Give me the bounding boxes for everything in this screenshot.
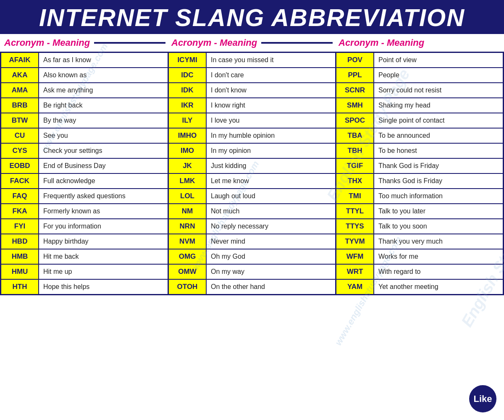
cell-meaning: With regard to: [374, 265, 503, 279]
table-row: TBHTo be honest: [336, 144, 503, 159]
cell-meaning: Yet another meeting: [374, 280, 503, 294]
cell-meaning: On my way: [207, 265, 335, 279]
table-row: ICYMIIn case you missed it: [169, 53, 335, 68]
cell-acronym: WRT: [336, 265, 374, 279]
cell-acronym: ILY: [169, 113, 207, 128]
table-row: YAMYet another meeting: [336, 280, 503, 294]
table-row: FYIFor you information: [1, 219, 168, 234]
table-row: OMGOh my God: [169, 249, 335, 265]
table-row: TTYSTalk to you soon: [336, 219, 503, 234]
page-header: INTERNET SLANG ABBREVIATION: [0, 0, 504, 34]
cell-acronym: AFAIK: [1, 53, 39, 67]
cell-acronym: BTW: [1, 113, 39, 128]
table-row: HMUHit me up: [1, 265, 168, 280]
table-row: HMBHit me back: [1, 249, 168, 265]
table-row: POVPoint of view: [336, 53, 503, 68]
cell-acronym: HMB: [1, 249, 39, 264]
col-header-line-1: [94, 42, 165, 44]
cell-meaning: For you information: [39, 219, 168, 234]
table-row: TTYLTalk to you later: [336, 204, 503, 219]
table-row: AFAIKAs far as I know: [1, 53, 168, 68]
cell-acronym: TTYL: [336, 204, 374, 218]
cell-acronym: IKR: [169, 98, 207, 113]
cell-acronym: OMW: [169, 265, 207, 279]
cell-acronym: PPL: [336, 68, 374, 82]
table-row: WFMWorks for me: [336, 249, 503, 265]
table-row: THXThanks God is Friday: [336, 174, 503, 189]
col-header-2: Acronym - Meaning: [165, 37, 333, 48]
cell-acronym: EOBD: [1, 159, 39, 173]
cell-acronym: WFM: [336, 249, 374, 264]
cell-acronym: THX: [336, 174, 374, 188]
table-row: SCNRSorry could not resist: [336, 83, 503, 98]
table-row: CUSee you: [1, 129, 168, 144]
table-row: NVMNever mind: [169, 234, 335, 249]
cell-acronym: HMU: [1, 265, 39, 279]
table-row: SPOCSingle point of contact: [336, 113, 503, 129]
cell-acronym: AMA: [1, 83, 39, 97]
cell-meaning: Check your settings: [39, 144, 168, 158]
cell-meaning: Hit me up: [39, 265, 168, 279]
cell-acronym: TYVM: [336, 234, 374, 249]
cell-acronym: FYI: [1, 219, 39, 234]
table-row: OMWOn my way: [169, 265, 335, 280]
cell-meaning: To be honest: [374, 144, 503, 158]
cell-acronym: FAQ: [1, 189, 39, 203]
table-row: IMHOIn my humble opinion: [169, 129, 335, 144]
cell-acronym: AKA: [1, 68, 39, 82]
cell-meaning: Oh my God: [207, 249, 335, 264]
cell-meaning: No reply necessary: [207, 219, 335, 234]
cell-acronym: TBH: [336, 144, 374, 158]
cell-acronym: SMH: [336, 98, 374, 113]
cell-meaning: See you: [39, 129, 168, 143]
table-row: HBDHappy birthday: [1, 234, 168, 249]
cell-meaning: Talk to you soon: [374, 219, 503, 234]
cell-acronym: TGIF: [336, 159, 374, 173]
table-row: AMAAsk me anything: [1, 83, 168, 98]
col-header-label-1: Acronym - Meaning: [4, 37, 90, 48]
table-row: CYSCheck your settings: [1, 144, 168, 159]
table-row: IDKI don't know: [169, 83, 335, 98]
cell-acronym: ICYMI: [169, 53, 207, 67]
cell-meaning: Thanks God is Friday: [374, 174, 503, 188]
table-row: SMHShaking my head: [336, 98, 503, 113]
cell-acronym: TBA: [336, 129, 374, 143]
cell-meaning: Point of view: [374, 53, 503, 67]
cell-acronym: NVM: [169, 234, 207, 249]
cell-meaning: Just kidding: [207, 159, 335, 173]
cell-acronym: FKA: [1, 204, 39, 218]
cell-meaning: People: [374, 68, 503, 82]
cell-acronym: HBD: [1, 234, 39, 249]
cell-meaning: I don't know: [207, 83, 335, 97]
cell-acronym: YAM: [336, 280, 374, 294]
cell-acronym: FACK: [1, 174, 39, 188]
cell-acronym: IDK: [169, 83, 207, 97]
col-header-1: Acronym - Meaning: [4, 37, 165, 48]
table-row: PPLPeople: [336, 68, 503, 83]
table-row: JKJust kidding: [169, 159, 335, 174]
cell-meaning: I don't care: [207, 68, 335, 82]
cell-acronym: IMHO: [169, 129, 207, 143]
cell-acronym: LOL: [169, 189, 207, 203]
cell-meaning: Frequently asked questions: [39, 189, 168, 203]
cell-acronym: BRB: [1, 98, 39, 113]
cell-meaning: Ask me anything: [39, 83, 168, 97]
main-table: AFAIKAs far as I knowAKAAlso known asAMA…: [0, 53, 504, 295]
cell-meaning: Hope this helps: [39, 280, 168, 294]
cell-meaning: Not much: [207, 204, 335, 218]
cell-acronym: TMI: [336, 189, 374, 203]
cell-meaning: Sorry could not resist: [374, 83, 503, 97]
cell-meaning: I love you: [207, 113, 335, 128]
like-badge[interactable]: Like: [469, 385, 496, 412]
cell-meaning: Shaking my head: [374, 98, 503, 113]
table-row: TGIFThank God is Friday: [336, 159, 503, 174]
table-row: TYVMThank you very much: [336, 234, 503, 249]
cell-meaning: Talk to you later: [374, 204, 503, 218]
cell-meaning: Works for me: [374, 249, 503, 264]
cell-meaning: By the way: [39, 113, 168, 128]
col-section-0: AFAIKAs far as I knowAKAAlso known asAMA…: [1, 53, 169, 294]
table-row: IMOIn my opinion: [169, 144, 335, 159]
cell-acronym: JK: [169, 159, 207, 173]
col-header-line-2: [261, 42, 333, 44]
cell-meaning: Never mind: [207, 234, 335, 249]
